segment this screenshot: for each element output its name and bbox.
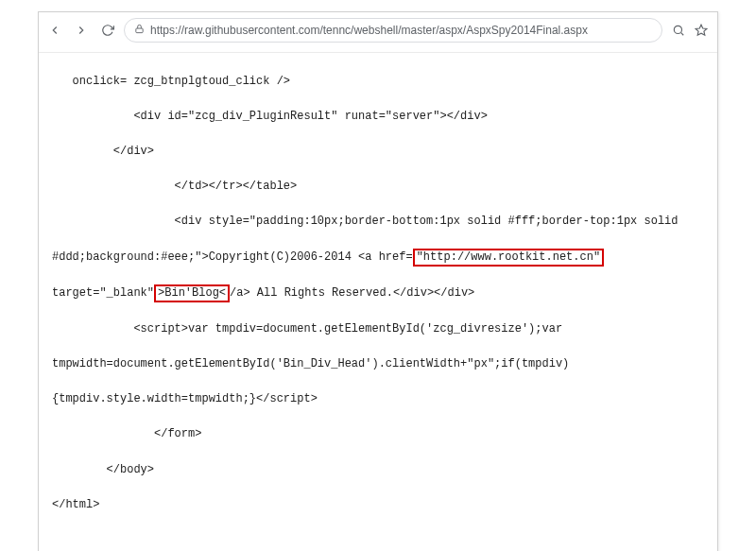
code-line: </div> (52, 143, 708, 161)
highlight-linktext-binblog: >Bin'Blog< (154, 284, 230, 303)
code-line: tmpwidth=document.getElementById('Bin_Di… (52, 355, 708, 373)
nav-buttons (48, 24, 114, 37)
svg-rect-0 (136, 28, 143, 33)
code-line: onclick= zcg_btnplgtoud_click /> (52, 73, 708, 91)
code-line: <script>var tmpdiv=document.getElementBy… (52, 320, 708, 338)
url-text: https://raw.githubusercontent.com/tennc/… (150, 24, 588, 37)
svg-point-1 (674, 26, 681, 33)
reload-icon[interactable] (101, 24, 114, 37)
svg-line-2 (681, 33, 684, 36)
code-line: </td></tr></table> (52, 178, 708, 196)
chrome-right-icons (672, 24, 708, 37)
code-line: target="_blank">Bin'Blog</a> All Rights … (52, 284, 708, 303)
address-bar[interactable]: https://raw.githubusercontent.com/tennc/… (124, 18, 662, 43)
forward-icon[interactable] (75, 24, 88, 37)
highlight-url-rootkit: "http://www.rootkit.net.cn" (413, 249, 604, 267)
code-line: {tmpdiv.style.width=tmpwidth;}</script> (52, 390, 708, 408)
back-icon[interactable] (48, 24, 61, 37)
top-code-block: onclick= zcg_btnplgtoud_click /> <div id… (39, 53, 717, 551)
browser-chrome: https://raw.githubusercontent.com/tennc/… (39, 12, 717, 53)
code-line: </html> (52, 496, 708, 514)
zoom-icon[interactable] (672, 24, 685, 37)
lock-icon (134, 24, 145, 37)
star-icon[interactable] (695, 24, 708, 37)
code-line: <div style="padding:10px;border-bottom:1… (52, 213, 708, 231)
top-panel: https://raw.githubusercontent.com/tennc/… (38, 11, 718, 551)
code-line: #ddd;background:#eee;">Copyright(C)2006-… (52, 249, 708, 267)
code-line: </form> (52, 425, 708, 443)
code-line: </body> (52, 461, 708, 479)
code-line: <div id="zcg_div_PluginResult" runat="se… (52, 108, 708, 126)
svg-marker-3 (696, 25, 707, 35)
